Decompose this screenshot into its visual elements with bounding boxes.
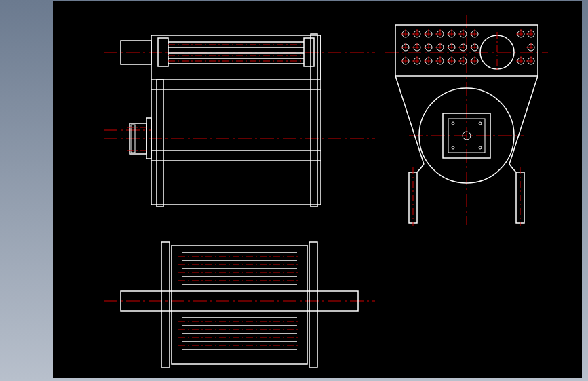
svg-line-134 bbox=[395, 76, 424, 164]
view-front bbox=[104, 34, 375, 207]
svg-line-135 bbox=[509, 76, 538, 164]
svg-point-141 bbox=[479, 122, 482, 125]
svg-rect-21 bbox=[157, 79, 163, 207]
svg-point-143 bbox=[479, 146, 482, 149]
svg-rect-30 bbox=[161, 242, 170, 367]
svg-point-140 bbox=[452, 122, 454, 125]
view-side bbox=[385, 15, 548, 226]
svg-point-142 bbox=[452, 146, 454, 149]
svg-rect-28 bbox=[172, 245, 307, 364]
svg-rect-31 bbox=[309, 242, 317, 367]
hole-pattern bbox=[401, 29, 536, 66]
cad-canvas[interactable] bbox=[53, 1, 582, 378]
drawing-svg bbox=[53, 1, 582, 378]
view-top bbox=[104, 242, 375, 367]
